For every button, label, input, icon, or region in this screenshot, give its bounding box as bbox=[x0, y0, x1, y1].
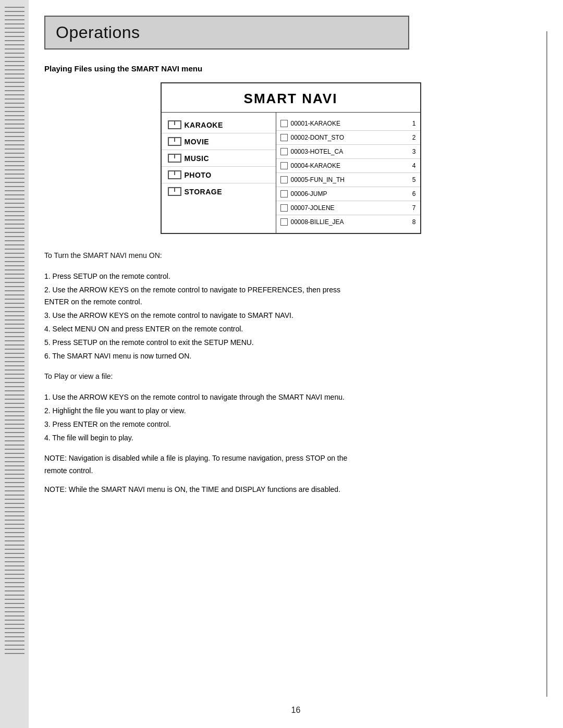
navi-category-item: MOVIE bbox=[162, 133, 276, 150]
spine-mark bbox=[5, 557, 25, 562]
spine-mark bbox=[5, 499, 25, 504]
note2: NOTE: While the SMART NAVI menu is ON, t… bbox=[44, 484, 537, 496]
spine-mark bbox=[5, 599, 25, 604]
spine-mark bbox=[5, 365, 25, 371]
spine-mark bbox=[5, 565, 25, 571]
file-checkbox bbox=[280, 120, 288, 127]
spine-mark bbox=[5, 432, 25, 437]
spine-mark bbox=[5, 582, 25, 587]
spine-mark bbox=[5, 649, 25, 654]
spine-mark bbox=[5, 415, 25, 421]
play-step: 4. The file will begin to play. bbox=[44, 432, 537, 445]
turn-on-steps-list: 1. Press SETUP on the remote control.2. … bbox=[44, 270, 537, 363]
file-number: 4 bbox=[410, 162, 416, 169]
folder-icon bbox=[168, 137, 179, 146]
category-label: PHOTO bbox=[185, 171, 212, 179]
file-name: 00005-FUN_IN_TH bbox=[291, 176, 407, 183]
file-number: 3 bbox=[410, 148, 416, 155]
spine-mark bbox=[5, 524, 25, 529]
spine-mark bbox=[5, 374, 25, 379]
play-steps-list: 1. Use the ARROW KEYS on the remote cont… bbox=[44, 391, 537, 444]
spine-mark bbox=[5, 532, 25, 537]
navi-file-item: 00004-KARAOKE4 bbox=[276, 159, 420, 173]
note1: NOTE: Navigation is disabled while a fil… bbox=[44, 452, 537, 477]
smart-navi-body: KARAOKEMOVIEMUSICPHOTOSTORAGE 00001-KARA… bbox=[162, 113, 420, 233]
file-checkbox bbox=[280, 162, 288, 169]
navi-category-item: STORAGE bbox=[162, 183, 276, 200]
file-name: 00001-KARAOKE bbox=[291, 120, 407, 127]
spine-mark bbox=[5, 574, 25, 579]
spine-mark bbox=[5, 457, 25, 462]
category-label: MUSIC bbox=[185, 154, 210, 163]
file-name: 00003-HOTEL_CA bbox=[291, 148, 407, 155]
spine-mark bbox=[5, 157, 25, 162]
page-number: 16 bbox=[291, 706, 301, 715]
spine-mark bbox=[5, 490, 25, 496]
file-number: 1 bbox=[410, 120, 416, 127]
file-checkbox bbox=[280, 204, 288, 212]
spine-mark bbox=[5, 48, 25, 54]
spine-mark bbox=[5, 23, 25, 29]
spine-mark bbox=[5, 124, 25, 129]
spine-mark bbox=[5, 290, 25, 295]
spine-mark bbox=[5, 73, 25, 79]
spine-mark bbox=[5, 132, 25, 137]
spine-mark bbox=[5, 357, 25, 362]
play-instructions: To Play or view a file: bbox=[44, 371, 537, 383]
spine-mark bbox=[5, 240, 25, 245]
right-border-decoration bbox=[546, 31, 547, 697]
spine-mark bbox=[5, 615, 25, 621]
navi-files-panel: 00001-KARAOKE100002-DONT_STO200003-HOTEL… bbox=[276, 113, 420, 233]
spine-mark bbox=[5, 65, 25, 70]
file-checkbox bbox=[280, 176, 288, 183]
file-checkbox bbox=[280, 134, 288, 141]
turn-on-step: 4. Select MENU ON and press ENTER on the… bbox=[44, 323, 537, 336]
navi-file-item: 00006-JUMP6 bbox=[276, 187, 420, 201]
spine-mark bbox=[5, 165, 25, 170]
spine-mark bbox=[5, 440, 25, 446]
spine-mark bbox=[5, 190, 25, 195]
spine-mark bbox=[5, 274, 25, 279]
spine-mark bbox=[5, 507, 25, 512]
category-label: MOVIE bbox=[185, 138, 210, 146]
file-number: 6 bbox=[410, 190, 416, 198]
file-checkbox bbox=[280, 218, 288, 226]
spine-mark bbox=[5, 98, 25, 104]
turn-on-step: 3. Use the ARROW KEYS on the remote cont… bbox=[44, 310, 537, 322]
spine-mark bbox=[5, 424, 25, 429]
spine-mark bbox=[5, 90, 25, 95]
navi-category-item: MUSIC bbox=[162, 150, 276, 167]
turn-on-step: 2. Use the ARROW KEYS on the remote cont… bbox=[44, 284, 537, 309]
spine-mark bbox=[5, 15, 25, 20]
play-step: 2. Highlight the file you want to play o… bbox=[44, 405, 537, 417]
file-name: 00006-JUMP bbox=[291, 190, 407, 198]
spine-mark bbox=[5, 282, 25, 287]
spine-mark bbox=[5, 257, 25, 262]
spine-mark bbox=[5, 215, 25, 220]
spine-mark bbox=[5, 465, 25, 471]
spine-mark bbox=[5, 515, 25, 521]
spine-mark bbox=[5, 224, 25, 229]
spine-mark bbox=[5, 115, 25, 120]
spine-mark bbox=[5, 540, 25, 546]
spine-mark bbox=[5, 199, 25, 204]
spine-decoration bbox=[0, 0, 29, 728]
navi-file-item: 00007-JOLENE7 bbox=[276, 201, 420, 215]
spine-mark bbox=[5, 407, 25, 412]
spine-mark bbox=[5, 40, 25, 45]
spine-mark bbox=[5, 307, 25, 312]
spine-mark bbox=[5, 232, 25, 237]
spine-mark bbox=[5, 182, 25, 187]
navi-categories-panel: KARAOKEMOVIEMUSICPHOTOSTORAGE bbox=[162, 113, 276, 233]
spine-mark bbox=[5, 390, 25, 396]
file-name: 00008-BILLIE_JEA bbox=[291, 218, 407, 226]
main-content: Operations Playing Files using the SMART… bbox=[29, 0, 563, 728]
spine-mark bbox=[5, 624, 25, 629]
spine-mark bbox=[5, 332, 25, 337]
spine-mark bbox=[5, 82, 25, 87]
spine-mark bbox=[5, 474, 25, 479]
spine-mark bbox=[5, 107, 25, 112]
file-number: 2 bbox=[410, 134, 416, 141]
spine-mark bbox=[5, 549, 25, 554]
smart-navi-title: SMART NAVI bbox=[162, 83, 420, 113]
